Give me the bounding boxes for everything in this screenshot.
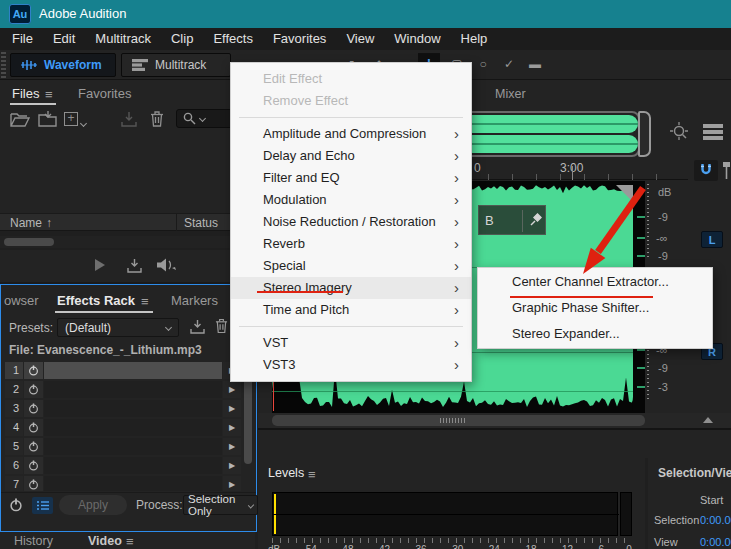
slot-power-icon[interactable] [24, 476, 43, 491]
menu-item-reverb[interactable]: Reverb› [231, 233, 471, 255]
menu-item-amplitude-and-compression[interactable]: Amplitude and Compression› [231, 123, 471, 145]
slot-effect-field[interactable] [44, 400, 222, 417]
zoom-navigator-handle[interactable] [638, 111, 651, 157]
slot-power-icon[interactable] [24, 400, 43, 417]
loop-preview-icon[interactable] [126, 258, 143, 273]
slot-effect-field[interactable] [44, 419, 222, 436]
column-divider[interactable] [176, 214, 177, 232]
presets-dropdown[interactable]: (Default) [57, 318, 179, 337]
menu-view[interactable]: View [336, 28, 384, 50]
video-panel-menu-icon[interactable]: ≡ [126, 535, 134, 548]
rack-slot-1[interactable]: 1 ▶ [5, 362, 241, 379]
tab-media-browser-partial[interactable]: owser [4, 293, 39, 308]
slot-effect-field[interactable] [44, 457, 222, 474]
menu-favorites[interactable]: Favorites [263, 28, 336, 50]
slot-arrow-icon[interactable]: ▶ [223, 400, 241, 417]
tab-video[interactable]: Video [88, 534, 122, 548]
slot-effect-field[interactable] [44, 476, 222, 491]
menu-item-noise-reduction-restoration[interactable]: Noise Reduction / Restoration› [231, 211, 471, 233]
menu-item-filter-and-eq[interactable]: Filter and EQ› [231, 167, 471, 189]
rack-slot-3[interactable]: 3 ▶ [5, 400, 241, 417]
rack-slot-4[interactable]: 4 ▶ [5, 419, 241, 436]
slot-effect-field[interactable] [44, 362, 222, 379]
new-container-dropdown-icon[interactable] [80, 120, 87, 127]
rack-slot-7[interactable]: 7 ▶ [5, 476, 241, 491]
save-media-icon[interactable] [120, 111, 138, 127]
import-file-icon[interactable] [38, 111, 57, 127]
trash-icon[interactable] [150, 111, 164, 127]
menu-item-vst[interactable]: VST› [231, 332, 471, 354]
column-status[interactable]: Status [184, 216, 218, 230]
menu-item-time-and-pitch[interactable]: Time and Pitch› [231, 299, 471, 321]
toolbar-grip[interactable] [1, 52, 6, 78]
menu-item-graphic-phase-shifter[interactable]: Graphic Phase Shifter... [478, 295, 712, 321]
editor-hscrollbar-track[interactable] [258, 413, 731, 428]
slot-arrow-icon[interactable]: ▶ [223, 419, 241, 436]
lasso-selection-tool-icon[interactable]: ○ [472, 53, 494, 75]
hud-pin-icon[interactable] [529, 213, 542, 227]
files-search-input[interactable] [176, 109, 238, 128]
apply-button[interactable]: Apply [59, 495, 127, 515]
tab-history[interactable]: History [14, 534, 53, 548]
slot-effect-field[interactable] [44, 438, 222, 455]
tab-markers[interactable]: Markers [171, 293, 218, 308]
effects-rack-menu-icon[interactable]: ≡ [141, 295, 149, 308]
menu-item-stereo-expander[interactable]: Stereo Expander... [478, 321, 712, 347]
tab-effects-rack[interactable]: Effects Rack [57, 293, 135, 308]
save-preset-icon[interactable] [189, 319, 206, 334]
preview-play-icon[interactable] [95, 259, 105, 271]
process-dropdown[interactable]: Selection Only [183, 495, 258, 515]
menu-clip[interactable]: Clip [161, 28, 203, 50]
menu-edit[interactable]: Edit [43, 28, 85, 50]
rack-master-power-icon[interactable] [9, 498, 23, 512]
editor-hscrollbar-thumb[interactable] [272, 415, 645, 426]
spot-healing-tool-icon[interactable]: ▬ [524, 53, 546, 75]
rack-list-toggle-button[interactable] [32, 497, 53, 514]
files-hscrollbar-thumb[interactable] [4, 238, 54, 246]
speaker-icon[interactable] [156, 257, 178, 273]
rack-slot-2[interactable]: 2 ▶ [5, 381, 241, 398]
snap-magnet-button[interactable] [694, 160, 718, 181]
tab-files[interactable]: Files [12, 86, 39, 101]
files-hscrollbar-track[interactable] [0, 236, 255, 248]
slot-power-icon[interactable] [24, 438, 43, 455]
menu-multitrack[interactable]: Multitrack [85, 28, 161, 50]
slot-arrow-icon[interactable]: ▶ [223, 476, 241, 491]
waveform-view-button[interactable]: Waveform [10, 53, 116, 77]
menu-help[interactable]: Help [451, 28, 498, 50]
display-rows-icon[interactable] [702, 123, 724, 141]
left-channel-badge[interactable]: L [701, 231, 723, 248]
menu-file[interactable]: File [2, 28, 43, 50]
menu-window[interactable]: Window [384, 28, 450, 50]
zoom-tool-icon[interactable] [668, 120, 692, 144]
search-options-dropdown-icon[interactable] [199, 115, 206, 122]
rack-slot-5[interactable]: 5 ▶ [5, 438, 241, 455]
slot-power-icon[interactable] [24, 457, 43, 474]
menu-item-delay-and-echo[interactable]: Delay and Echo› [231, 145, 471, 167]
menu-item-modulation[interactable]: Modulation› [231, 189, 471, 211]
menu-effects[interactable]: Effects [203, 28, 263, 50]
view-start-value[interactable]: 0:00.000 [700, 536, 731, 548]
scrollbar-expand-arrow-icon[interactable] [703, 417, 713, 423]
column-name[interactable]: Name [10, 216, 42, 230]
tab-mixer[interactable]: Mixer [495, 87, 526, 101]
slot-effect-field[interactable] [44, 381, 222, 398]
menu-item-vst3[interactable]: VST3› [231, 354, 471, 376]
slot-arrow-icon[interactable]: ▶ [223, 457, 241, 474]
tab-favorites[interactable]: Favorites [78, 86, 131, 101]
selection-start-value[interactable]: 0:00.000 [700, 514, 731, 526]
files-panel-menu-icon[interactable]: ≡ [45, 88, 53, 101]
volume-hud[interactable]: B [478, 205, 546, 235]
rack-slot-6[interactable]: 6 ▶ [5, 457, 241, 474]
level-meter[interactable] [272, 492, 618, 536]
levels-menu-icon[interactable]: ≡ [308, 468, 316, 481]
multitrack-view-button[interactable]: Multitrack [121, 53, 231, 77]
slot-power-icon[interactable] [24, 362, 43, 379]
slot-power-icon[interactable] [24, 419, 43, 436]
marker-pin-icon[interactable] [722, 161, 731, 180]
menu-item-special[interactable]: Special› [231, 255, 471, 277]
menu-item-stereo-imagery[interactable]: Stereo Imagery› [231, 277, 471, 299]
delete-preset-icon[interactable] [215, 318, 228, 334]
slot-power-icon[interactable] [24, 381, 43, 398]
paintbrush-tool-icon[interactable]: ✓ [498, 53, 520, 75]
